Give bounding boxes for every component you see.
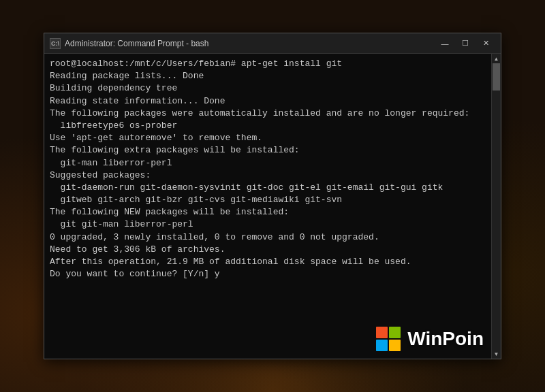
terminal-line: root@localhost:/mnt/c/Users/febian# apt-… — [50, 58, 486, 70]
close-button[interactable]: ✕ — [476, 37, 495, 50]
terminal-line: The following NEW packages will be insta… — [50, 206, 486, 218]
terminal-line: Reading state information... Done — [50, 95, 486, 108]
terminal-line: Need to get 3,306 kB of archives. — [50, 244, 486, 256]
terminal-line: 0 upgraded, 3 newly installed, 0 to remo… — [50, 231, 486, 244]
terminal-line: git-daemon-run git-daemon-sysvinit git-d… — [50, 182, 486, 194]
terminal-line: Reading package lists... Done — [50, 70, 486, 82]
minimize-button[interactable]: — — [435, 37, 454, 50]
terminal-content[interactable]: root@localhost:/mnt/c/Users/febian# apt-… — [44, 54, 491, 359]
terminal-line: Do you want to continue? [Y/n] y — [50, 268, 486, 280]
winpoin-logo — [376, 327, 401, 351]
logo-green-square — [389, 327, 401, 338]
terminal-line: The following packages were automaticall… — [50, 108, 486, 120]
logo-blue-square — [376, 340, 388, 351]
scroll-up-arrow[interactable]: ▲ — [492, 54, 501, 63]
window-icon: C:\ — [50, 38, 61, 49]
window-title: Administrator: Command Prompt - bash — [65, 39, 435, 48]
terminal-line: gitweb git-arch git-bzr git-cvs git-medi… — [50, 194, 486, 206]
scroll-down-arrow[interactable]: ▼ — [492, 349, 501, 359]
window-controls: — ☐ ✕ — [435, 37, 495, 50]
maximize-button[interactable]: ☐ — [456, 37, 475, 50]
logo-yellow-square — [389, 340, 401, 351]
winpoin-text: WinPoin — [407, 328, 484, 350]
watermark: WinPoin — [376, 327, 484, 351]
scrollbar[interactable]: ▲ ▼ — [491, 54, 501, 359]
terminal-line: The following extra packages will be ins… — [50, 144, 486, 157]
terminal-line: git-man liberror-perl — [50, 157, 486, 169]
scroll-thumb[interactable] — [493, 63, 500, 91]
terminal-line: Suggested packages: — [50, 169, 486, 182]
terminal-line: Building dependency tree — [50, 82, 486, 95]
terminal-line: Use 'apt-get autoremove' to remove them. — [50, 132, 486, 144]
scroll-track — [492, 63, 501, 349]
title-bar: C:\ Administrator: Command Prompt - bash… — [44, 33, 501, 54]
terminal-line: libfreetype6 os-prober — [50, 120, 486, 132]
terminal-line: After this operation, 21.9 MB of additio… — [50, 256, 486, 268]
logo-red-square — [376, 327, 388, 338]
terminal-line: git git-man liberror-perl — [50, 218, 486, 231]
terminal-window: C:\ Administrator: Command Prompt - bash… — [44, 33, 501, 359]
window-body: root@localhost:/mnt/c/Users/febian# apt-… — [44, 54, 501, 359]
